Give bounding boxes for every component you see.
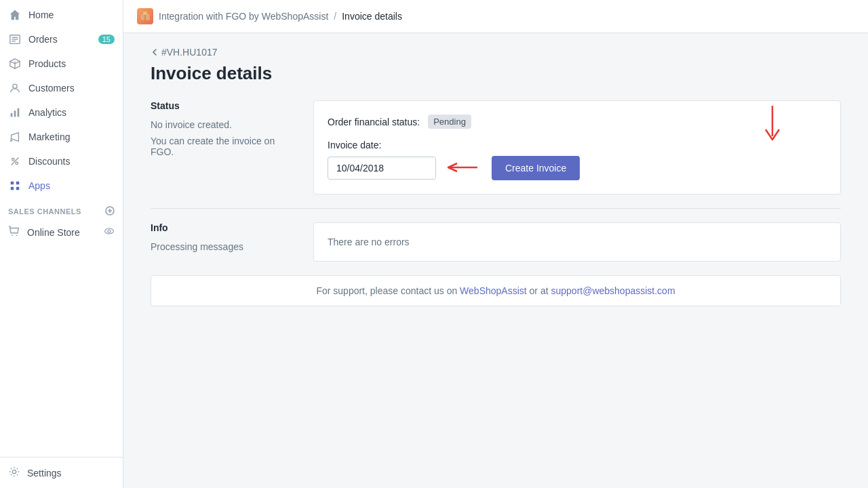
main-content: Integration with FGO by WebShopAssist / … bbox=[123, 0, 868, 488]
sidebar-item-products[interactable]: Products bbox=[0, 52, 123, 76]
eye-icon[interactable] bbox=[104, 226, 115, 239]
app-icon bbox=[137, 8, 153, 24]
status-section-label: Status bbox=[151, 100, 300, 111]
orders-badge: 15 bbox=[98, 35, 115, 44]
breadcrumb-current: Invoice details bbox=[342, 11, 402, 22]
svg-rect-9 bbox=[14, 110, 16, 117]
red-arrow-left-indicator bbox=[447, 161, 481, 176]
breadcrumb-separator: / bbox=[334, 11, 336, 22]
back-link[interactable]: #VH.HU1017 bbox=[151, 47, 841, 58]
section-divider bbox=[151, 208, 841, 209]
svg-rect-14 bbox=[11, 182, 14, 185]
pending-badge: Pending bbox=[428, 115, 471, 129]
status-section-wrapper: Status No invoice created. You can creat… bbox=[151, 100, 841, 195]
support-bar: For support, please contact us on WebSho… bbox=[151, 275, 841, 306]
topbar: Integration with FGO by WebShopAssist / … bbox=[123, 0, 868, 33]
invoice-date-label: Invoice date: bbox=[328, 140, 827, 150]
svg-point-24 bbox=[108, 230, 111, 232]
sidebar-item-discounts[interactable]: Discounts bbox=[0, 149, 123, 174]
info-section-wrapper: Info Processing messages There are no er… bbox=[151, 222, 841, 262]
create-invoice-button[interactable]: Create Invoice bbox=[492, 156, 580, 180]
webshopassist-link[interactable]: WebShopAssist bbox=[460, 285, 527, 296]
status-card: Order financial status: Pending Invoice … bbox=[313, 100, 841, 195]
add-sales-channel-icon[interactable] bbox=[105, 206, 115, 217]
sidebar-item-orders[interactable]: Orders 15 bbox=[0, 27, 123, 52]
sidebar: Home Orders 15 bbox=[0, 0, 123, 488]
apps-icon bbox=[8, 179, 22, 192]
create-on-fgo-text: You can create the invoice on FGO. bbox=[151, 136, 300, 157]
sidebar-item-apps[interactable]: Apps bbox=[0, 174, 123, 198]
svg-rect-10 bbox=[18, 108, 20, 117]
svg-rect-15 bbox=[16, 182, 20, 185]
svg-point-21 bbox=[12, 235, 13, 236]
status-right-col: Order financial status: Pending Invoice … bbox=[313, 100, 841, 195]
sidebar-item-analytics[interactable]: Analytics bbox=[0, 100, 123, 125]
svg-rect-8 bbox=[11, 113, 13, 117]
svg-point-11 bbox=[12, 159, 15, 161]
products-icon bbox=[8, 57, 22, 70]
sales-channels-header: SALES CHANNELS bbox=[0, 198, 123, 220]
status-left-col: Status No invoice created. You can creat… bbox=[151, 100, 300, 195]
sidebar-nav: Home Orders 15 bbox=[0, 0, 123, 457]
svg-point-7 bbox=[13, 84, 17, 88]
svg-point-25 bbox=[12, 470, 16, 473]
settings-icon bbox=[8, 466, 20, 480]
info-section-label: Info bbox=[151, 222, 300, 233]
sidebar-item-customers[interactable]: Customers bbox=[0, 76, 123, 100]
invoice-date-section: Invoice date: Create Invoice bbox=[328, 140, 827, 180]
svg-rect-27 bbox=[143, 12, 147, 15]
financial-status-label: Order financial status: bbox=[328, 117, 420, 127]
svg-point-22 bbox=[16, 235, 18, 236]
svg-line-6 bbox=[15, 61, 20, 64]
discounts-icon bbox=[8, 155, 22, 168]
info-right-col: There are no errors bbox=[313, 222, 841, 262]
svg-rect-16 bbox=[11, 187, 14, 190]
no-invoice-text: No invoice created. bbox=[151, 119, 300, 130]
svg-rect-17 bbox=[16, 187, 20, 190]
content-area: #VH.HU1017 Invoice details Status No inv… bbox=[123, 33, 868, 488]
breadcrumb-link[interactable]: Integration with FGO by WebShopAssist bbox=[159, 11, 328, 22]
analytics-icon bbox=[8, 106, 22, 119]
customers-icon bbox=[8, 81, 22, 95]
processing-messages-label: Processing messages bbox=[151, 241, 300, 252]
svg-point-23 bbox=[105, 228, 114, 234]
sidebar-item-home[interactable]: Home bbox=[0, 3, 123, 27]
date-row: Create Invoice bbox=[328, 156, 827, 180]
info-card: There are no errors bbox=[313, 222, 841, 262]
financial-status-row: Order financial status: Pending bbox=[328, 115, 827, 129]
sidebar-item-marketing[interactable]: Marketing bbox=[0, 125, 123, 149]
sidebar-item-online-store[interactable]: Online Store bbox=[0, 220, 123, 245]
home-icon bbox=[8, 8, 22, 22]
orders-icon bbox=[8, 33, 22, 46]
info-left-col: Info Processing messages bbox=[151, 222, 300, 262]
no-errors-text: There are no errors bbox=[328, 237, 827, 247]
svg-point-12 bbox=[16, 162, 18, 165]
marketing-icon bbox=[8, 130, 22, 144]
support-email-link[interactable]: support@webshopassist.com bbox=[551, 285, 675, 296]
page-title: Invoice details bbox=[151, 63, 841, 84]
svg-line-5 bbox=[10, 61, 15, 64]
settings-item[interactable]: Settings bbox=[0, 457, 123, 488]
invoice-date-input[interactable] bbox=[328, 157, 436, 180]
online-store-icon bbox=[8, 225, 20, 239]
